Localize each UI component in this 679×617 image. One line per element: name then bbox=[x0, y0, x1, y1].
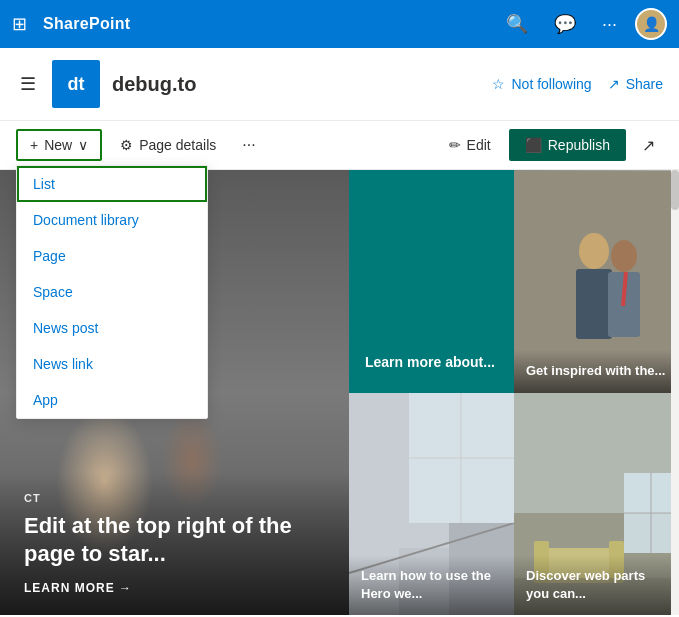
panel-web-parts[interactable]: Discover web parts you can... bbox=[514, 393, 679, 616]
panel-hero-web[interactable]: Learn how to use the Hero we... bbox=[349, 393, 514, 616]
dropdown-item-document-library[interactable]: Document library bbox=[17, 202, 207, 238]
scrollbar-thumb[interactable] bbox=[671, 170, 679, 210]
share-label: Share bbox=[626, 76, 663, 92]
header-actions: ☆ Not following ↗ Share bbox=[492, 76, 663, 92]
search-button[interactable]: 🔍 bbox=[498, 9, 536, 39]
settings-icon: ⚙ bbox=[120, 137, 133, 153]
dropdown-item-list[interactable]: List bbox=[17, 166, 207, 202]
svg-rect-2 bbox=[31, 452, 318, 464]
edit-label: Edit bbox=[467, 137, 491, 153]
new-label: New bbox=[44, 137, 72, 153]
more-nav-button[interactable]: ··· bbox=[594, 10, 625, 39]
svg-point-12 bbox=[579, 233, 609, 269]
hamburger-button[interactable]: ☰ bbox=[16, 69, 40, 99]
page-details-button[interactable]: ⚙ Page details bbox=[110, 131, 226, 159]
dropdown-item-news-link[interactable]: News link bbox=[17, 346, 207, 382]
svg-rect-9 bbox=[216, 170, 349, 369]
app-name: SharePoint bbox=[43, 15, 130, 33]
new-dropdown: List Document library Page Space News po… bbox=[16, 165, 208, 419]
scrollbar[interactable] bbox=[671, 170, 679, 615]
svg-rect-13 bbox=[576, 269, 612, 339]
star-icon: ☆ bbox=[492, 76, 505, 92]
svg-point-14 bbox=[611, 240, 637, 272]
site-logo: dt bbox=[52, 60, 100, 108]
site-name: debug.to bbox=[112, 73, 492, 96]
panel-web-parts-text: Discover web parts you can... bbox=[514, 555, 679, 615]
panel-hero-web-text: Learn how to use the Hero we... bbox=[349, 555, 514, 615]
dropdown-item-page[interactable]: Page bbox=[17, 238, 207, 274]
hero-link[interactable]: LEARN MORE → bbox=[24, 581, 325, 595]
chat-button[interactable]: 💬 bbox=[546, 9, 584, 39]
panel-learn-more-text: Learn more about... bbox=[349, 333, 511, 393]
hero-overlay: ct Edit at the top right of the page to … bbox=[0, 472, 349, 615]
expand-button[interactable]: ↗ bbox=[634, 130, 663, 161]
not-following-label: Not following bbox=[511, 76, 591, 92]
site-header: ☰ dt debug.to ☆ Not following ↗ Share bbox=[0, 48, 679, 121]
svg-rect-8 bbox=[205, 287, 236, 369]
dropdown-item-space[interactable]: Space bbox=[17, 274, 207, 310]
share-icon: ↗ bbox=[608, 76, 620, 92]
republish-icon: ⬛ bbox=[525, 137, 542, 153]
grid-icon[interactable]: ⊞ bbox=[12, 13, 27, 35]
toolbar-more-button[interactable]: ··· bbox=[234, 130, 263, 160]
plus-icon: + bbox=[30, 137, 38, 153]
republish-label: Republish bbox=[548, 137, 610, 153]
grid-panels: Learn more about... Get inspired with th… bbox=[349, 170, 679, 615]
dropdown-item-news-post[interactable]: News post bbox=[17, 310, 207, 346]
page-details-label: Page details bbox=[139, 137, 216, 153]
republish-button[interactable]: ⬛ Republish bbox=[509, 129, 626, 161]
share-button[interactable]: ↗ Share bbox=[608, 76, 663, 92]
svg-rect-7 bbox=[123, 439, 179, 451]
hero-subtitle: ct bbox=[24, 492, 325, 504]
edit-button[interactable]: ✏ Edit bbox=[439, 131, 501, 159]
edit-icon: ✏ bbox=[449, 137, 461, 153]
chevron-down-icon: ∨ bbox=[78, 137, 88, 153]
toolbar: + New ∨ ⚙ Page details ··· ✏ Edit ⬛ Repu… bbox=[0, 121, 679, 170]
hero-title: Edit at the top right of the page to sta… bbox=[24, 512, 325, 569]
panel-get-inspired-text: Get inspired with the... bbox=[514, 350, 679, 392]
panel-learn-more[interactable]: Learn more about... bbox=[349, 170, 514, 393]
top-navigation: ⊞ SharePoint 🔍 💬 ··· 👤 bbox=[0, 0, 679, 48]
not-following-button[interactable]: ☆ Not following bbox=[492, 76, 591, 92]
new-button[interactable]: + New ∨ bbox=[16, 129, 102, 161]
panel-get-inspired[interactable]: Get inspired with the... bbox=[514, 170, 679, 393]
dropdown-item-app[interactable]: App bbox=[17, 382, 207, 418]
avatar[interactable]: 👤 bbox=[635, 8, 667, 40]
